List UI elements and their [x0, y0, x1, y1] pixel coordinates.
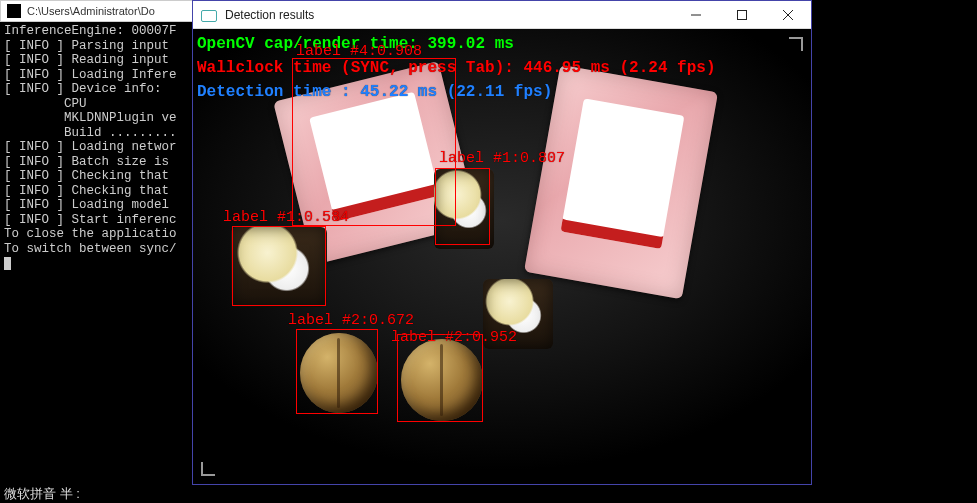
detection-image-view[interactable]: 鸭脖甜辣味 鸭脖甜辣味 OpenCV cap/render time: 399.… [193, 29, 811, 484]
detection-label: label #2:0.672 [288, 312, 414, 329]
detection-bbox [435, 168, 490, 245]
detection-bbox [232, 226, 326, 306]
terminal-line: [ INFO ] Start inferenc [4, 213, 177, 227]
minimize-button[interactable] [673, 1, 719, 29]
terminal-line: MKLDNNPlugin ve [4, 111, 177, 125]
detection-bbox [296, 329, 378, 414]
viewport-bracket-icon [201, 462, 215, 476]
svg-rect-1 [738, 10, 747, 19]
terminal-line: [ INFO ] Loading model [4, 198, 169, 212]
terminal-line: To close the applicatio [4, 227, 177, 241]
viewport-bracket-icon [789, 37, 803, 51]
detection-bbox [292, 58, 456, 226]
detection-window: Detection results 鸭脖甜辣味 鸭脖甜辣味 OpenCV cap… [192, 0, 812, 485]
terminal-line: [ INFO ] Batch size is [4, 155, 169, 169]
detection-bbox [397, 334, 483, 422]
terminal-line: [ INFO ] Device info: [4, 82, 162, 96]
detection-label: label #4:0.908 [296, 43, 422, 60]
detection-window-title: Detection results [225, 8, 673, 22]
window-controls [673, 1, 811, 29]
terminal-line: [ INFO ] Loading networ [4, 140, 177, 154]
close-button[interactable] [765, 1, 811, 29]
terminal-line: InferenceEngine: 00007F [4, 24, 177, 38]
terminal-line: [ INFO ] Checking that [4, 169, 169, 183]
terminal-line: CPU [4, 97, 87, 111]
terminal-line: [ INFO ] Parsing input [4, 39, 169, 53]
terminal-title: C:\Users\Administrator\Do [27, 5, 155, 17]
detection-label: label #1:0.807 [439, 150, 565, 167]
terminal-line: [ INFO ] Checking that [4, 184, 169, 198]
terminal-cursor [4, 257, 11, 270]
terminal-line: [ INFO ] Reading input [4, 53, 169, 67]
maximize-button[interactable] [719, 1, 765, 29]
detection-label: label #1:0.584 [223, 209, 349, 226]
overlay-wallclock-time: Wallclock time (SYNC, press Tab): 446.95… [197, 59, 715, 77]
detection-label: label #2:0.952 [391, 329, 517, 346]
ime-status-text: 微软拼音 半 : [4, 485, 80, 503]
ime-status-bar[interactable]: 微软拼音 半 : [0, 485, 977, 503]
detection-titlebar[interactable]: Detection results [193, 1, 811, 29]
opencv-icon [201, 7, 217, 23]
terminal-line: [ INFO ] Loading Infere [4, 68, 177, 82]
terminal-line: To switch between sync/ [4, 242, 177, 256]
cmd-icon [7, 4, 21, 18]
scene-object-packet: 鸭脖甜辣味 [524, 65, 718, 300]
terminal-line: Build ......... [4, 126, 177, 140]
